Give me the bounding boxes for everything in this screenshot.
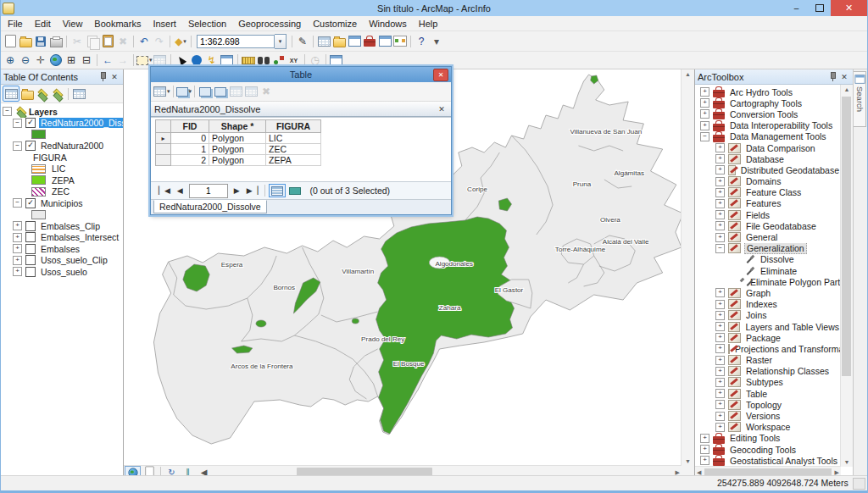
legend-swatch-municipios[interactable] (31, 210, 46, 219)
table-tab-close-icon[interactable]: ✕ (436, 103, 448, 114)
expander-icon[interactable]: + (715, 344, 725, 353)
layer-checkbox[interactable] (25, 244, 36, 254)
previous-record-button[interactable]: ◀ (174, 186, 186, 195)
expander-icon[interactable]: − (3, 107, 12, 116)
editor-toolbar-icon[interactable]: ✎ (295, 34, 310, 48)
toolbox-item-geostatistical-analyst-tools[interactable]: +Geostatistical Analyst Tools (695, 455, 841, 466)
scale-input[interactable] (197, 35, 275, 48)
scale-dropdown-icon[interactable]: ▾ (275, 34, 287, 49)
print-icon[interactable] (48, 34, 64, 48)
back-extent-icon[interactable]: ← (100, 53, 115, 68)
scroll-up-icon[interactable]: ▲ (683, 69, 693, 79)
column-header-figura[interactable]: FIGURA (266, 120, 321, 133)
pan-icon[interactable]: ✛ (33, 53, 48, 68)
arctoolbox-vertical-scrollbar[interactable]: ▲ ▼ (840, 85, 853, 467)
show-selected-records-button[interactable] (287, 185, 303, 197)
menu-bookmarks[interactable]: Bookmarks (88, 18, 147, 30)
menu-view[interactable]: View (57, 18, 89, 30)
toolbox-item-versions[interactable]: +Versions (695, 410, 841, 421)
toc-item-usos-suelo[interactable]: +Usos_suelo (1, 266, 123, 278)
first-record-button[interactable]: ▏◀ (155, 186, 174, 195)
find-route-icon[interactable] (271, 53, 287, 68)
time-slider-icon[interactable]: ◷ (308, 53, 323, 68)
table-row[interactable]: 1PolygonZEC (156, 144, 321, 155)
toolbox-item-eliminate[interactable]: Eliminate (695, 265, 841, 276)
save-icon[interactable] (33, 34, 48, 48)
toolbox-item-table[interactable]: +Table (695, 388, 841, 399)
copy-icon[interactable] (85, 34, 100, 48)
undo-icon[interactable]: ↶ (136, 34, 152, 48)
related-tables-icon[interactable]: ▾ (176, 85, 192, 99)
zoom-to-selected-icon[interactable] (228, 85, 243, 99)
toc-item-municipios[interactable]: −✓Municipios (1, 197, 123, 209)
select-features-icon[interactable]: ▾ (136, 53, 153, 68)
expander-icon[interactable]: + (700, 87, 709, 97)
expander-icon[interactable]: + (13, 233, 22, 242)
expander-icon[interactable]: + (715, 423, 725, 432)
catalog-window-icon[interactable] (331, 34, 347, 48)
fixed-zoom-out-icon[interactable]: ⊟ (79, 53, 94, 68)
toolbox-item-eliminate-polygon-part[interactable]: Eliminate Polygon Part (695, 276, 841, 287)
layer-checkbox[interactable]: ✓ (25, 118, 36, 128)
close-button[interactable]: ✕ (831, 0, 867, 16)
toc-item-embalses[interactable]: +Embalses (1, 243, 123, 255)
expander-icon[interactable]: + (715, 389, 725, 398)
toolbox-item-data-comparison[interactable]: +Data Comparison (695, 142, 841, 153)
next-record-button[interactable]: ▶ (231, 186, 243, 195)
list-by-drawing-order-icon[interactable] (3, 86, 19, 102)
toc-item-lic[interactable]: LIC (1, 163, 123, 175)
row-selector[interactable]: ▸ (156, 133, 171, 144)
arctoolbox-vscroll-thumb[interactable] (842, 97, 851, 376)
list-by-source-icon[interactable] (19, 86, 35, 101)
legend-swatch-zec[interactable] (31, 187, 46, 197)
toc-options-icon[interactable] (71, 86, 86, 101)
toolbox-item-subtypes[interactable]: +Subtypes (695, 377, 841, 388)
modelbuilder-icon[interactable] (392, 34, 408, 48)
expander-icon[interactable]: + (715, 400, 725, 409)
toc-close-icon[interactable]: ✕ (108, 71, 120, 82)
toc-item-zepa[interactable]: ZEPA (1, 174, 123, 186)
scroll-down-icon[interactable]: ▼ (683, 457, 693, 466)
search-tab[interactable]: Search (854, 71, 866, 127)
toc-item-zec[interactable]: ZEC (1, 186, 123, 198)
expander-icon[interactable]: + (715, 143, 725, 152)
add-data-icon[interactable]: ◆▾ (173, 34, 188, 48)
expander-icon[interactable]: + (700, 434, 709, 443)
expander-icon[interactable]: + (715, 412, 725, 421)
toc-item-rednatura2000[interactable]: −✓RedNatura2000 (1, 141, 123, 152)
list-by-visibility-icon[interactable] (35, 86, 50, 101)
clear-selection-icon[interactable] (153, 53, 168, 68)
toolbox-item-general[interactable]: +General (695, 231, 841, 242)
menu-selection[interactable]: Selection (182, 18, 232, 30)
expander-icon[interactable]: + (13, 256, 22, 265)
expander-icon[interactable]: + (700, 121, 709, 130)
toc-item-dissolve[interactable] (1, 129, 123, 141)
toolbox-item-feature-class[interactable]: +Feature Class (695, 187, 841, 198)
expander-icon[interactable]: + (715, 188, 725, 197)
toc-window-icon[interactable] (316, 34, 331, 48)
toolbox-item-generalization[interactable]: −Generalization (695, 243, 841, 254)
menu-edit[interactable]: Edit (29, 18, 57, 30)
paste-icon[interactable] (100, 34, 115, 48)
layer-checkbox[interactable] (25, 267, 36, 277)
table-row[interactable]: 2PolygonZEPA (156, 155, 321, 166)
expander-icon[interactable]: − (700, 132, 709, 141)
layer-checkbox[interactable] (25, 232, 36, 242)
toc-item-usos-suelo-clip[interactable]: +Usos_suelo_Clip (1, 255, 123, 267)
expander-icon[interactable]: + (715, 221, 725, 230)
table-options-icon[interactable]: ▾ (153, 85, 170, 99)
table-window-titlebar[interactable]: Table ✕ (151, 67, 451, 82)
expander-icon[interactable]: + (13, 221, 22, 230)
scroll-down-icon[interactable]: ▼ (843, 457, 852, 467)
expander-icon[interactable]: + (700, 445, 709, 454)
go-to-xy-icon[interactable]: XY (287, 53, 302, 68)
show-all-records-button[interactable] (269, 184, 286, 197)
delete-selected-icon[interactable]: ✖ (259, 85, 274, 99)
toolbox-item-dissolve[interactable]: Dissolve (695, 254, 841, 265)
menu-help[interactable]: Help (413, 18, 444, 30)
toolbox-item-features[interactable]: +Features (695, 198, 841, 209)
toolbox-item-topology[interactable]: +Topology (695, 399, 841, 410)
toolbox-item-domains[interactable]: +Domains (695, 176, 841, 187)
arctoolbox-pin-icon[interactable] (826, 71, 838, 82)
expander-icon[interactable]: + (700, 98, 709, 108)
